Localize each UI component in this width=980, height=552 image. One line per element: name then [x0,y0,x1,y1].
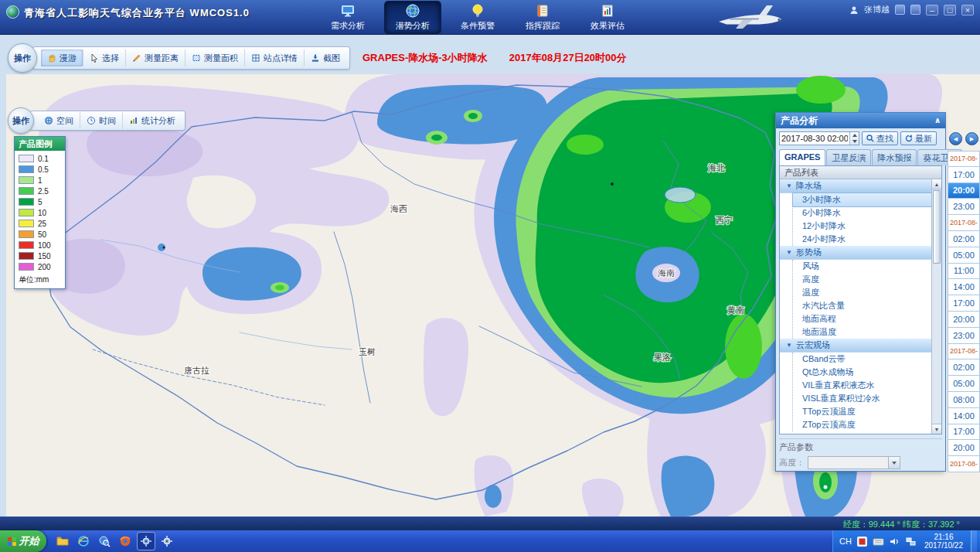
time-cell[interactable]: 17:00 [948,167,980,183]
list-item[interactable]: VIL垂直累积液态水 [793,379,941,392]
time-cell-date[interactable]: 2017-08- [948,456,980,472]
time-cell[interactable]: 08:00 [948,392,980,408]
list-item[interactable]: 温度 [793,286,941,299]
latest-button[interactable]: 最新 [900,131,937,145]
list-item[interactable]: 24小时降水 [793,233,941,246]
theme-icon[interactable] [895,5,905,15]
time-cell-date[interactable]: 2017-08- [948,151,980,167]
time-cell[interactable]: 05:00 [948,376,980,392]
tab-grapes[interactable]: GRAPES [779,149,825,165]
nav-item-condition-warning[interactable]: 条件预警 [450,2,505,33]
folder-icon[interactable] [54,533,71,550]
spinner-down-icon[interactable] [850,138,859,145]
group-cloud-macro-field[interactable]: ▼ 云宏观场 [780,339,941,353]
scrollbar-thumb[interactable] [933,190,941,264]
product-analysis-panel: 产品分析 ∧ [775,112,946,472]
time-cell-date[interactable]: 2017-08- [948,344,980,360]
nav-item-effect-evaluation[interactable]: 效果评估 [580,2,635,33]
list-item[interactable]: 风场 [793,260,941,273]
list-item[interactable]: 6小时降水 [793,206,941,220]
list-scrollbar[interactable]: ▲ ▼ [931,179,941,434]
nav-item-demand-analysis[interactable]: 需求分析 [320,2,376,33]
time-cell[interactable]: 20:00 [948,312,980,328]
measure-area-button[interactable]: 测量面积 [185,49,244,66]
tab-satellite-retrieval[interactable]: 卫星反演 [826,149,871,165]
datetime-input[interactable] [780,132,849,145]
list-item[interactable]: CBand云带 [793,353,941,366]
time-cell[interactable]: 20:00 [948,440,980,456]
operate-button-2[interactable]: 操作 [8,107,34,134]
list-item[interactable]: 地面温度 [793,325,941,339]
nav-item-potential-analysis[interactable]: 潜势分析 [385,2,441,33]
time-cell-selected[interactable]: 20:00 [948,183,980,199]
keyboard-icon[interactable] [873,536,884,547]
gear-icon[interactable] [158,533,175,550]
space-tab[interactable]: 空间 [38,112,80,129]
list-item[interactable]: 高度 [793,273,941,286]
start-button[interactable]: 开始 [0,530,46,552]
legend-swatch [19,263,34,271]
pan-tool-button[interactable]: 漫游 [41,49,83,66]
nav-item-command-tracking[interactable]: 指挥跟踪 [515,2,570,33]
list-item[interactable]: VISL垂直累积过冷水 [793,392,941,405]
time-cell-date[interactable]: 2017-08- [948,215,980,231]
prev-time-button[interactable]: ◀ [949,132,962,145]
height-select[interactable] [808,456,900,469]
product-legend: 产品图例 0.1 0.5 1 2.5 5 10 25 50 100 150 20… [14,136,66,289]
list-item[interactable]: ZTop云顶高度 [793,418,941,431]
statistics-tab[interactable]: 统计分析 [122,112,182,129]
language-indicator[interactable]: CH [839,537,852,546]
user-name[interactable]: 张博越 [864,4,890,15]
search-button[interactable]: 查找 [862,131,898,145]
group-precip-field[interactable]: ▼ 降水场 [780,179,941,193]
network-icon[interactable] [905,536,917,547]
list-item[interactable]: 地面高程 [793,312,941,325]
tab-precip-forecast[interactable]: 降水预报 [872,149,917,165]
time-cell[interactable]: 17:00 [948,424,980,441]
time-cell[interactable]: 05:00 [948,247,980,264]
ie-icon[interactable] [75,533,92,550]
list-item[interactable]: 3小时降水 [793,193,941,206]
time-cell[interactable]: 17:00 [948,295,980,312]
time-cell[interactable]: 14:00 [948,279,980,295]
tray-clock[interactable]: 21:16 2017/10/22 [921,533,966,550]
show-desktop-button[interactable] [971,530,977,552]
list-item[interactable]: Qt总水成物场 [793,366,941,379]
coordinates-readout: 经度：99.444 ° 纬度：37.392 ° [843,519,960,530]
legend-row: 25 [15,218,65,229]
spinner-up-icon[interactable] [850,132,859,138]
time-cell[interactable]: 23:00 [948,199,980,215]
list-item[interactable]: 水汽比含量 [793,299,941,312]
close-button[interactable]: × [961,5,974,15]
scroll-down-icon[interactable]: ▼ [932,424,941,434]
firefox-icon[interactable] [117,533,134,550]
select-tool-button[interactable]: 选择 [83,49,125,66]
time-cell[interactable]: 11:00 [948,264,980,280]
operate-button[interactable]: 操作 [8,43,37,73]
time-cell[interactable]: 23:00 [948,328,980,344]
next-time-button[interactable]: ▶ [965,132,978,145]
station-detail-button[interactable]: 站点详情 [244,49,304,66]
list-item[interactable]: 12小时降水 [793,220,941,233]
volume-icon[interactable] [889,536,900,547]
list-item[interactable]: TTop云顶温度 [793,405,941,418]
measure-distance-button[interactable]: 测量距离 [125,49,185,66]
datetime-spinner[interactable] [849,132,859,145]
search-globe-icon[interactable] [96,533,113,550]
maximize-button[interactable]: □ [944,5,956,15]
dropdown-arrow-icon[interactable] [888,457,900,469]
map-label: 玉树 [359,347,376,356]
time-cell[interactable]: 14:00 [948,408,980,424]
collapse-icon[interactable]: ∧ [934,113,941,128]
nav-label: 条件预警 [461,20,495,32]
time-tab[interactable]: 时间 [80,112,122,129]
time-cell[interactable]: 02:00 [948,359,980,376]
time-cell[interactable]: 02:00 [948,231,980,247]
minimize-button[interactable]: – [926,5,938,15]
group-situation-field[interactable]: ▼ 形势场 [780,246,941,260]
settings-icon[interactable] [910,5,920,15]
ime-icon[interactable] [856,536,868,547]
scroll-up-icon[interactable]: ▲ [932,179,941,189]
gear-active-icon[interactable] [138,533,155,550]
screenshot-button[interactable]: 截图 [304,49,346,66]
